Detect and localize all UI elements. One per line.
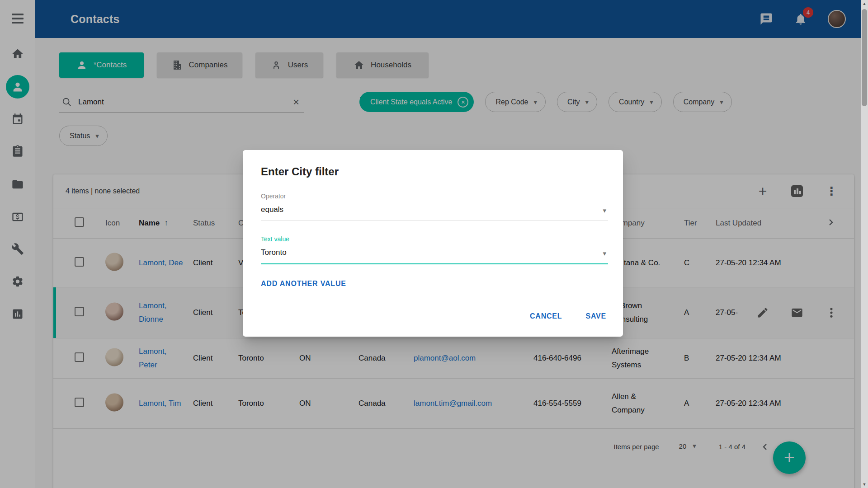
text-value-select[interactable]: Toronto	[261, 243, 608, 264]
chevron-down-icon	[603, 249, 606, 258]
operator-label: Operator	[261, 192, 608, 200]
app: Contacts 4 *Contacts Companies	[0, 0, 868, 488]
cancel-button[interactable]: CANCEL	[528, 309, 564, 324]
chevron-down-icon	[603, 206, 606, 215]
text-value: Toronto	[261, 248, 287, 257]
save-button[interactable]: SAVE	[584, 309, 608, 324]
scroll-up-icon[interactable]	[861, 0, 868, 7]
operator-select[interactable]: equals	[261, 200, 608, 221]
city-filter-dialog: Enter City filter Operator equals Text v…	[243, 150, 623, 337]
text-value-label: Text value	[261, 235, 608, 243]
operator-value: equals	[261, 205, 283, 214]
dialog-title: Enter City filter	[261, 165, 608, 178]
scrollbar-thumb[interactable]	[862, 9, 867, 106]
scroll-down-icon[interactable]	[861, 481, 868, 488]
add-another-value-button[interactable]: ADD ANOTHER VALUE	[261, 280, 346, 288]
scrollbar[interactable]	[861, 0, 868, 488]
